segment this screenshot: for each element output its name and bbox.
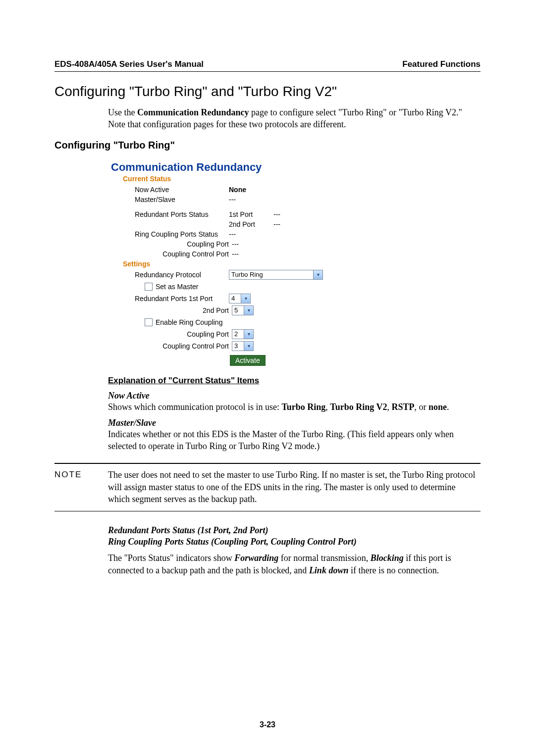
coupling-port-set-value: 2 bbox=[234, 329, 238, 339]
note-label: NOTE bbox=[54, 469, 108, 505]
chevron-down-icon: ▾ bbox=[244, 306, 253, 315]
note-body: The user does not need to set the master… bbox=[108, 469, 481, 505]
coupling-control-port-select[interactable]: 3 ▾ bbox=[232, 341, 254, 351]
chevron-down-icon: ▾ bbox=[241, 294, 250, 303]
now-active-label: Now Active bbox=[135, 185, 229, 195]
intro-text: Use the Communication Redundancy page to… bbox=[108, 106, 476, 131]
config-screenshot: Communication Redundancy Current Status … bbox=[108, 156, 411, 371]
enable-ring-coupling-label: Enable Ring Coupling bbox=[156, 317, 222, 327]
coupling-port-label: Coupling Port bbox=[135, 239, 232, 249]
redundancy-protocol-select[interactable]: Turbo Ring ▾ bbox=[229, 270, 323, 280]
now-active-text: Shows which communication protocol is in… bbox=[108, 401, 476, 413]
coupling-port-set-label: Coupling Port bbox=[135, 329, 232, 339]
header-right: Featured Functions bbox=[402, 59, 481, 69]
chevron-down-icon: ▾ bbox=[313, 270, 322, 279]
ring-coupling-ports-status-label: Ring Coupling Ports Status bbox=[135, 229, 229, 239]
header-left: EDS-408A/405A Series User's Manual bbox=[54, 59, 204, 69]
ui-title: Communication Redundancy bbox=[111, 161, 408, 174]
port1-label: 1st Port bbox=[229, 209, 273, 219]
redundant-port-1-select[interactable]: 4 ▾ bbox=[229, 294, 251, 303]
coupling-control-port-set-label: Coupling Control Port bbox=[135, 341, 232, 351]
port2-value: --- bbox=[273, 219, 280, 229]
coupling-port-select[interactable]: 2 ▾ bbox=[232, 329, 254, 339]
activate-button[interactable]: Activate bbox=[230, 355, 266, 366]
settings-title: Settings bbox=[123, 260, 408, 268]
coupling-control-port-label: Coupling Control Port bbox=[135, 249, 232, 259]
master-slave-value: --- bbox=[229, 195, 236, 204]
now-active-heading: Now Active bbox=[108, 391, 481, 401]
set-as-master-label: Set as Master bbox=[156, 282, 198, 292]
page-header: EDS-408A/405A Series User's Manual Featu… bbox=[54, 59, 481, 72]
note-block: NOTE The user does not need to set the m… bbox=[54, 463, 481, 511]
redundancy-protocol-label: Redundancy Protocol bbox=[135, 270, 229, 280]
redundant-port-1-value: 4 bbox=[231, 294, 235, 303]
chevron-down-icon: ▾ bbox=[244, 342, 253, 351]
page-title: Configuring "Turbo Ring" and "Turbo Ring… bbox=[54, 84, 481, 100]
subheading: Configuring "Turbo Ring" bbox=[54, 140, 481, 151]
redundant-ports-2nd-label: 2nd Port bbox=[135, 305, 232, 315]
coupling-port-value: --- bbox=[232, 239, 239, 249]
port1-value: --- bbox=[273, 209, 280, 219]
coupling-control-port-set-value: 3 bbox=[234, 341, 238, 351]
rcps-heading: Ring Coupling Ports Status (Coupling Por… bbox=[108, 537, 481, 547]
now-active-value: None bbox=[229, 185, 246, 195]
master-slave-text: Indicates whether or not this EDS is the… bbox=[108, 428, 476, 453]
port2-label: 2nd Port bbox=[229, 219, 273, 229]
master-slave-heading: Master/Slave bbox=[108, 418, 481, 428]
redundancy-protocol-value: Turbo Ring bbox=[231, 270, 263, 280]
redundant-port-2-value: 5 bbox=[234, 305, 238, 315]
chevron-down-icon: ▾ bbox=[244, 330, 253, 339]
rps-heading: Redundant Ports Status (1st Port, 2nd Po… bbox=[108, 525, 481, 536]
set-as-master-checkbox[interactable] bbox=[145, 283, 153, 291]
enable-ring-coupling-checkbox[interactable] bbox=[145, 318, 153, 326]
current-status-title: Current Status bbox=[123, 175, 408, 183]
ring-coupling-ports-status-value: --- bbox=[229, 229, 236, 239]
master-slave-label: Master/Slave bbox=[135, 195, 229, 204]
coupling-control-port-value: --- bbox=[232, 249, 239, 259]
redundant-ports-status-label: Redundant Ports Status bbox=[135, 209, 229, 219]
explanation-heading: Explanation of "Current Status" Items bbox=[108, 376, 481, 386]
redundant-ports-1st-label: Redundant Ports 1st Port bbox=[135, 294, 229, 303]
redundant-port-2-select[interactable]: 5 ▾ bbox=[232, 305, 254, 315]
page-number: 3-23 bbox=[0, 720, 535, 729]
ports-status-text: The "Ports Status" indicators show Forwa… bbox=[108, 552, 476, 576]
